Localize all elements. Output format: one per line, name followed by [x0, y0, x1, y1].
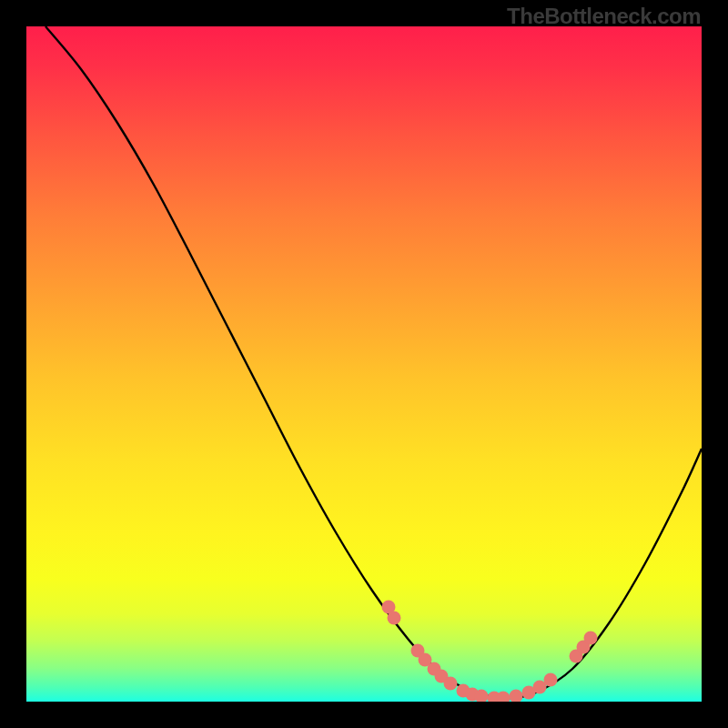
bottleneck-curve: [46, 26, 702, 698]
data-point: [388, 612, 401, 625]
data-point: [544, 673, 558, 687]
plot-area: [26, 26, 702, 702]
data-point: [444, 677, 458, 691]
data-point: [510, 690, 523, 703]
marker-group: [382, 601, 598, 703]
data-point: [584, 632, 598, 645]
attribution-text: TheBottleneck.com: [507, 4, 701, 29]
curve-svg: [26, 26, 702, 702]
chart-container: TheBottleneck.com: [0, 0, 728, 728]
